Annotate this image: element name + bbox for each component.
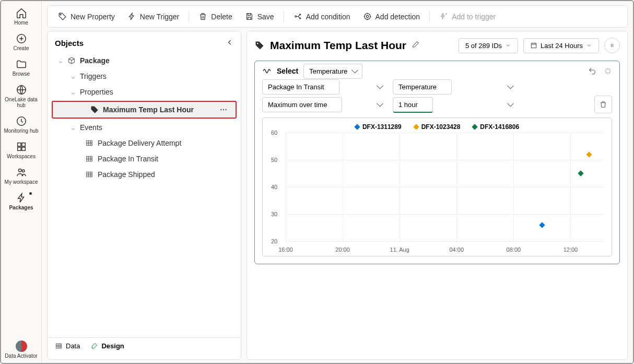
chevron-down-icon <box>586 42 592 49</box>
button-label: Add to trigger <box>452 13 496 21</box>
rail-onelake[interactable]: OneLake data hub <box>1 81 41 112</box>
filter-source-select[interactable]: Package In Transit <box>262 82 388 91</box>
tree-event-item[interactable]: Package Delivery Attempt <box>48 135 241 151</box>
pause-button[interactable] <box>604 38 620 53</box>
svg-point-7 <box>18 169 21 172</box>
tree-label: Package Delivery Attempt <box>98 139 181 147</box>
tree-event-item[interactable]: Package Shipped <box>48 167 241 182</box>
bottom-tabs: Data Design <box>48 337 241 354</box>
legend-item: DFX-1416806 <box>473 123 519 131</box>
add-to-trigger-button: Add to trigger <box>434 9 501 24</box>
pause-icon <box>609 42 615 49</box>
rail-label: OneLake data hub <box>1 97 41 108</box>
data-point <box>578 170 583 176</box>
y-tick-label: 20 <box>271 238 277 244</box>
undo-icon[interactable] <box>588 67 596 75</box>
tree-label: Package <box>80 56 110 65</box>
svg-point-8 <box>22 170 25 172</box>
tree-properties[interactable]: Properties <box>48 84 241 100</box>
data-point <box>539 222 545 228</box>
x-tick-label: 20:00 <box>335 246 350 253</box>
window-select[interactable]: 1 hour <box>393 100 518 109</box>
pill-label: 5 of 289 IDs <box>465 42 502 50</box>
more-button[interactable]: ⋯ <box>220 105 228 114</box>
y-tick-label: 60 <box>271 130 277 136</box>
aggregation-select[interactable]: Maximum over time <box>262 100 388 109</box>
rail-home[interactable]: Home <box>1 4 41 30</box>
x-tick-label: 11. Aug <box>390 246 409 253</box>
y-tick-label: 40 <box>271 184 277 190</box>
filter-field-select[interactable]: Temperature <box>393 82 518 91</box>
tab-design[interactable]: Design <box>90 342 124 350</box>
settings-icon[interactable] <box>604 67 612 75</box>
svg-rect-3 <box>17 143 20 146</box>
new-trigger-button[interactable]: New Trigger <box>122 9 184 24</box>
select-value: 1 hour <box>393 97 433 113</box>
table-icon <box>85 170 93 179</box>
pill-label: Last 24 Hours <box>541 42 583 50</box>
rail-label: Packages <box>1 205 41 210</box>
tree-triggers[interactable]: Triggers <box>48 68 241 84</box>
objects-panel: Objects Package Triggers Pro <box>47 31 241 360</box>
table-icon <box>85 155 93 163</box>
objects-title: Objects <box>55 39 84 48</box>
primary-select[interactable]: Temperature <box>303 66 362 76</box>
select-label: Select <box>277 67 298 75</box>
tree-event-item[interactable]: Package In Transit <box>48 151 241 167</box>
tree-max-temp[interactable]: Maximum Temp Last Hour ⋯ <box>53 102 236 118</box>
tag-icon <box>58 12 67 21</box>
rail-create[interactable]: Create <box>1 30 41 55</box>
active-dot-icon <box>29 192 32 195</box>
legend-item: DFX-1311289 <box>355 123 402 131</box>
svg-point-15 <box>92 108 93 109</box>
home-icon <box>16 7 27 19</box>
rail-monitoring[interactable]: Monitoring hub <box>1 112 41 138</box>
collapse-panel-button[interactable] <box>226 39 233 48</box>
plus-circle-icon <box>16 33 27 44</box>
svg-rect-4 <box>21 143 25 146</box>
new-property-button[interactable]: New Property <box>53 9 120 24</box>
ids-dropdown[interactable]: 5 of 289 IDs <box>459 38 518 53</box>
chevron-down-icon <box>58 60 63 65</box>
svg-point-13 <box>364 14 370 19</box>
delete-filter-button[interactable] <box>594 96 612 113</box>
chevron-down-icon <box>71 91 76 96</box>
monitor-icon <box>16 115 27 127</box>
add-detection-button[interactable]: Add detection <box>358 9 426 24</box>
rail-label: Create <box>1 45 41 51</box>
tree-events[interactable]: Events <box>48 120 241 135</box>
tab-label: Data <box>66 342 80 350</box>
rail-workspaces[interactable]: Workspaces <box>1 138 41 163</box>
rail-myworkspace[interactable]: My workspace <box>1 163 41 189</box>
chart: DFX-1311289DFX-1023428DFX-1416806 203040… <box>262 118 612 256</box>
button-label: Add condition <box>306 13 350 21</box>
cube-icon <box>67 56 76 65</box>
add-condition-button[interactable]: Add condition <box>288 9 356 24</box>
svg-rect-19 <box>56 344 62 348</box>
rail-label: Workspaces <box>1 154 41 159</box>
timerange-dropdown[interactable]: Last 24 Hours <box>523 38 599 53</box>
config-card: Select Temperature Package In Transit Te… <box>254 61 620 264</box>
select-value: Temperature <box>303 64 362 79</box>
tab-data[interactable]: Data <box>55 342 80 350</box>
rail-data-activator[interactable]: Data Activator <box>1 337 41 363</box>
nav-rail: Home Create Browse OneLake data hub Moni… <box>1 1 42 363</box>
delete-button[interactable]: Delete <box>193 9 237 24</box>
rail-label: Monitoring hub <box>1 128 41 134</box>
table-icon <box>55 342 63 350</box>
folder-icon <box>16 58 27 70</box>
grid-icon <box>16 141 27 152</box>
tree-label: Maximum Temp Last Hour <box>103 105 194 114</box>
rail-browse[interactable]: Browse <box>1 55 41 81</box>
detail-panel: Maximum Temp Last Hour 5 of 289 IDs Last… <box>246 31 628 360</box>
svg-rect-16 <box>87 140 92 145</box>
rail-packages[interactable]: Packages <box>1 189 41 215</box>
save-button[interactable]: Save <box>240 9 279 24</box>
tree-package[interactable]: Package <box>48 53 241 68</box>
select-value: Package In Transit <box>262 79 339 95</box>
rail-label: My workspace <box>1 179 41 185</box>
edit-title-button[interactable] <box>412 40 420 51</box>
svg-point-14 <box>366 15 368 17</box>
legend-item: DFX-1023428 <box>414 123 461 131</box>
chevron-down-icon <box>505 42 511 49</box>
